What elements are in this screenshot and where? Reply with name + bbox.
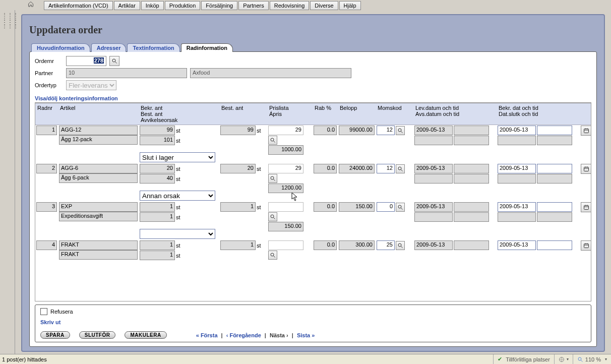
prislista-value[interactable] xyxy=(268,240,303,250)
bekr-tid-input[interactable] xyxy=(537,126,572,135)
svg-line-27 xyxy=(274,256,275,258)
table-row: 1 AGG-12 Ägg 12-pack 99st 101st Slut i l… xyxy=(35,125,591,164)
lev-datum-value: 2009-05-13 xyxy=(414,126,453,135)
col-momskod: Momskod xyxy=(376,103,413,125)
svg-rect-30 xyxy=(584,244,589,248)
tab-row: Huvudinformation Adresser Textinformatio… xyxy=(31,43,597,51)
col-rab: Rab % xyxy=(313,103,338,125)
momskod-lookup-button[interactable] xyxy=(396,203,405,212)
prislista-lookup-button[interactable] xyxy=(268,174,277,183)
bekr-datum-input[interactable]: 2009-05-13 xyxy=(498,202,536,212)
ordernr-lookup-button[interactable] xyxy=(109,56,119,66)
menu-inkop[interactable]: Inköp xyxy=(141,1,164,10)
prislista-value[interactable]: 29 xyxy=(268,126,303,135)
belopp-value: 300.00 xyxy=(339,240,375,250)
best-ant-sub-value: 1 xyxy=(140,212,175,222)
lev-datum-value: 2009-05-13 xyxy=(414,202,453,212)
prislista-value[interactable]: 29 xyxy=(268,164,303,173)
menu-redovisning[interactable]: Redovisning xyxy=(270,1,310,10)
ordertyp-select[interactable]: Fler-leverans xyxy=(66,80,116,90)
menu-forsaljning[interactable]: Försäljning xyxy=(201,1,237,10)
calendar-button[interactable] xyxy=(581,126,591,136)
tab-adresser[interactable]: Adresser xyxy=(91,43,127,52)
pager-last[interactable]: Sista » xyxy=(297,332,315,338)
momskod-input[interactable]: 25 xyxy=(377,240,395,250)
apris-value: 150.00 xyxy=(268,222,303,231)
apris-value: 1200.00 xyxy=(268,184,303,193)
avvikelseorsak-select[interactable]: Slut i lager xyxy=(140,152,215,162)
bekr-tid-input[interactable] xyxy=(537,202,572,212)
slutk-tid-value xyxy=(537,174,572,184)
menu-hjalp[interactable]: Hjälp xyxy=(339,1,361,10)
svg-line-11 xyxy=(274,179,275,181)
artikel-code: AGG-12 xyxy=(59,126,138,135)
avs-datum-value xyxy=(414,136,453,145)
momskod-input[interactable]: 12 xyxy=(377,126,395,135)
prislista-value[interactable] xyxy=(268,202,303,212)
rab-value: 0.0 xyxy=(314,126,337,135)
menu-produktion[interactable]: Produktion xyxy=(165,1,201,10)
prislista-lookup-button[interactable] xyxy=(268,251,277,260)
menu-partners[interactable]: Partners xyxy=(238,1,269,10)
lev-tid-value xyxy=(454,126,489,135)
menu-artikelinfo[interactable]: Artikelinformation (VCD) xyxy=(44,1,113,10)
momskod-input[interactable]: 0 xyxy=(377,202,395,212)
ordernr-input[interactable]: 278 xyxy=(66,56,106,66)
bekr-ant-value: 1 xyxy=(140,240,175,250)
bekr-tid-input[interactable] xyxy=(537,240,572,250)
prislista-lookup-button[interactable] xyxy=(268,136,277,145)
status-protected-mode-icon[interactable]: ▾ xyxy=(554,354,573,364)
konteringsinfo-toggle[interactable]: Visa/dölj konteringsinformation xyxy=(35,92,591,103)
slutk-tid-value xyxy=(537,212,572,222)
refusera-checkbox[interactable] xyxy=(40,308,47,315)
table-row: 3 EXP Expeditionsavgift 1st 1st 1st 150.… xyxy=(35,202,591,240)
momskod-lookup-button[interactable] xyxy=(396,241,405,250)
calendar-button[interactable] xyxy=(581,240,591,251)
radnr-value: 4 xyxy=(36,240,57,250)
refusera-label: Refusera xyxy=(50,309,73,315)
artikel-desc: Expeditionsavgift xyxy=(59,212,138,221)
svg-line-5 xyxy=(401,131,403,133)
tab-radinformation[interactable]: Radinformation xyxy=(181,43,233,52)
tab-huvudinformation[interactable]: Huvudinformation xyxy=(31,43,90,52)
avs-datum-value xyxy=(414,174,453,184)
bottom-actions-panel: Refusera Skriv ut SPARA SLUTFÖR MAKULERA… xyxy=(35,305,591,342)
home-icon[interactable] xyxy=(28,1,34,10)
col-lev-avs: Lev.datum och tid Avs.datum och tid xyxy=(413,103,497,125)
tab-textinformation[interactable]: Textinformation xyxy=(127,43,179,52)
best-ant-value: 20 xyxy=(220,164,256,173)
avvikelseorsak-select[interactable] xyxy=(140,229,215,239)
menu-artiklar[interactable]: Artiklar xyxy=(114,1,140,10)
calendar-button[interactable] xyxy=(581,164,591,174)
avvikelseorsak-select[interactable]: Annan orsak xyxy=(140,191,215,201)
status-bar: 1 post(er) hittades Tillförlitliga plats… xyxy=(0,354,611,364)
bekr-datum-input[interactable]: 2009-05-13 xyxy=(498,164,536,173)
momskod-lookup-button[interactable] xyxy=(396,126,405,135)
svg-line-19 xyxy=(274,218,275,219)
svg-point-28 xyxy=(398,244,401,247)
spara-button[interactable]: SPARA xyxy=(40,331,70,339)
partner-label: Partner xyxy=(35,70,63,76)
best-ant-sub-value: 40 xyxy=(140,174,175,184)
table-row: 4 FRAKT FRAKT 1st 1st 1st 0.0 300.00 25 … xyxy=(35,240,591,261)
calendar-button[interactable] xyxy=(581,202,591,212)
bekr-datum-input[interactable]: 2009-05-13 xyxy=(498,240,536,250)
status-zoom[interactable]: 110 % ▾ xyxy=(573,354,611,364)
pager-prev[interactable]: ‹ Föregående xyxy=(226,332,261,338)
page-title: Uppdatera order xyxy=(29,24,597,36)
best-ant-value: 1 xyxy=(220,240,256,250)
artikel-desc: FRAKT xyxy=(59,250,138,260)
left-dock-bar: ⋮⋮⋮⋮⋮⋮⋮⋮⋮ xyxy=(0,10,15,354)
order-lines-grid: Radnr Artikel Bekr. ant Best. ant Avvike… xyxy=(35,103,591,301)
artikel-desc: Ägg 12-pack xyxy=(59,135,138,145)
momskod-input[interactable]: 12 xyxy=(377,164,395,173)
skriv-ut-link[interactable]: Skriv ut xyxy=(40,319,586,325)
pager-first[interactable]: « Första xyxy=(196,332,218,338)
bekr-datum-input[interactable]: 2009-05-13 xyxy=(498,126,536,135)
menu-diverse[interactable]: Diverse xyxy=(310,1,338,10)
momskod-lookup-button[interactable] xyxy=(396,164,405,173)
slutfor-button[interactable]: SLUTFÖR xyxy=(79,331,116,339)
bekr-tid-input[interactable] xyxy=(537,164,572,173)
makulera-button[interactable]: MAKULERA xyxy=(125,331,166,339)
prislista-lookup-button[interactable] xyxy=(268,212,277,221)
